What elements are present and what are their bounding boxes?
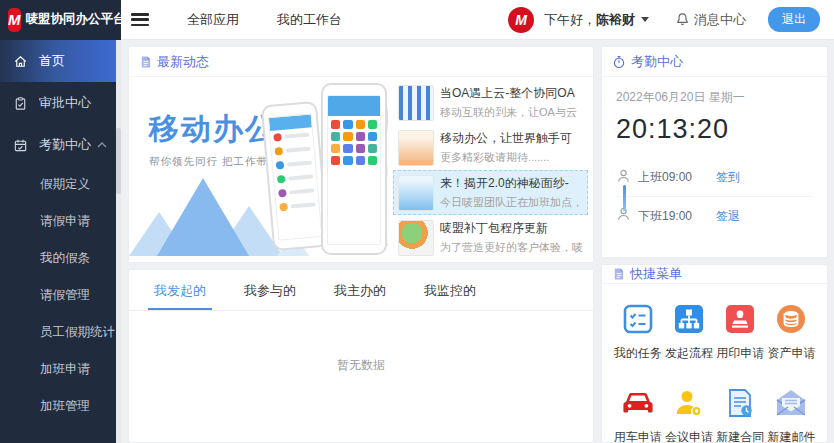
brand-logo-icon: M (8, 8, 21, 32)
news-thumbnail (398, 220, 434, 256)
brand-logo[interactable]: M 唛盟协同办公平台 (0, 0, 121, 40)
quick-menu-label: 用印申请 (716, 345, 764, 362)
quick-menu-seal-request[interactable]: 用印申请 (715, 302, 766, 362)
news-item-title: 来！揭开2.0的神秘面纱- (440, 175, 583, 192)
quick-menu-grid: 我的任务 发起流程 用印申请 资产申请 (602, 284, 827, 443)
sidebar-item-attendance[interactable]: 考勤中心 (0, 124, 121, 166)
stopwatch-icon (612, 55, 626, 69)
chevron-down-icon[interactable] (641, 17, 649, 22)
sidebar-subitem-employee-holiday-stats[interactable]: 员工假期统计 (0, 314, 121, 351)
quick-menu-panel: 快捷菜单 我的任务 发起流程 用印申请 (601, 264, 828, 443)
person-icon (616, 168, 631, 184)
sidebar-item-label: 考勤中心 (39, 136, 91, 154)
nav-my-workbench[interactable]: 我的工作台 (277, 11, 342, 29)
message-center-button[interactable]: 消息中心 (675, 11, 746, 29)
quick-menu-label: 发起流程 (665, 345, 713, 362)
quick-menu-my-tasks[interactable]: 我的任务 (612, 302, 663, 362)
attendance-title: 考勤中心 (631, 53, 683, 71)
news-thumbnail (398, 130, 434, 166)
sidebar-subitem-overtime-request[interactable]: 加班申请 (0, 351, 121, 388)
greeting-text: 下午好， (544, 12, 596, 27)
sidebar-scrollbar[interactable] (116, 40, 121, 443)
news-item-title: 唛盟补丁包程序更新 (440, 220, 583, 237)
news-thumbnail (398, 85, 434, 121)
document-icon (139, 55, 152, 69)
tab-initiated-by-me[interactable]: 我发起的 (152, 270, 208, 310)
home-icon (13, 54, 28, 69)
news-item-title: 当OA遇上云-整个协同OA (440, 85, 583, 102)
hamburger-menu-icon[interactable] (131, 13, 149, 26)
phone-mockup-left (261, 101, 330, 251)
news-item[interactable]: 当OA遇上云-整个协同OA移动互联的到来，让OA与云 (393, 80, 588, 125)
latest-news-title: 最新动态 (157, 53, 209, 71)
news-item-subtitle: 移动互联的到来，让OA与云 (440, 105, 583, 120)
stamp-icon (724, 303, 756, 335)
sidebar-subitem-leave-management[interactable]: 请假管理 (0, 277, 121, 314)
nav-all-apps[interactable]: 全部应用 (187, 11, 239, 29)
quick-menu-title: 快捷菜单 (630, 265, 682, 283)
quick-menu-new-mail[interactable]: 新建邮件 (766, 386, 817, 443)
shift-end-label: 下班19:00 (638, 208, 716, 225)
attendance-date: 2022年06月20日 星期一 (616, 89, 813, 106)
user-greeting[interactable]: 下午好，陈裕财 (544, 11, 635, 29)
news-item[interactable]: 移动办公，让世界触手可更多精彩敬请期待....... (393, 125, 588, 170)
news-body: 移动办公 帮你领先同行 把工作带出办公室 (129, 77, 593, 262)
app-window: M 唛盟协同办公平台 全部应用 我的工作台 M 下午好，陈裕财 消息中心 退出 … (0, 0, 834, 443)
shift-start-label: 上班09:00 (638, 169, 716, 186)
news-item-selected[interactable]: 来！揭开2.0的神秘面纱-今日唛盟团队正在加班加点， (393, 170, 588, 215)
brand-title: 唛盟协同办公平台 (26, 11, 126, 28)
sidebar-subitem-holiday-definition[interactable]: 假期定义 (0, 166, 121, 203)
quick-menu-label: 新建邮件 (767, 429, 815, 443)
check-in-link[interactable]: 签到 (716, 169, 740, 186)
phone-mockup-center (321, 83, 387, 255)
sidebar-item-home[interactable]: 首页 (0, 40, 121, 82)
contract-icon (724, 387, 756, 419)
tab-monitored-by-me[interactable]: 我监控的 (422, 270, 478, 310)
tab-participated-by-me[interactable]: 我参与的 (242, 270, 298, 310)
sidebar-item-approval[interactable]: 审批中心 (0, 82, 121, 124)
attendance-body: 2022年06月20日 星期一 20:13:20 上班09:00 签到 下班19… (602, 77, 827, 235)
news-banner[interactable]: 移动办公 帮你领先同行 把工作带出办公室 (129, 77, 388, 262)
calendar-icon (13, 138, 28, 153)
quick-menu-label: 会议申请 (665, 429, 713, 443)
quick-menu-car-request[interactable]: 用车申请 (612, 386, 663, 443)
news-item[interactable]: 唛盟补丁包程序更新为了营造更好的客户体验，唛 (393, 215, 588, 260)
attendance-rows: 上班09:00 签到 下班19:00 签退 (616, 159, 813, 235)
attendance-clock: 20:13:20 (616, 114, 813, 145)
attendance-header: 考勤中心 (602, 47, 827, 77)
assets-icon (775, 303, 807, 335)
quick-menu-label: 我的任务 (614, 345, 662, 362)
sidebar-subitem-my-leave-notes[interactable]: 我的假条 (0, 240, 121, 277)
chevron-up-icon (97, 141, 107, 149)
quick-menu-start-flow[interactable]: 发起流程 (663, 302, 714, 362)
topbar: M 唛盟协同办公平台 全部应用 我的工作台 M 下午好，陈裕财 消息中心 退出 (0, 0, 834, 40)
sidebar-subitem-overtime-management[interactable]: 加班管理 (0, 388, 121, 425)
quick-menu-meeting-request[interactable]: 会议申请 (663, 386, 714, 443)
quick-menu-new-contract[interactable]: 新建合同 (715, 386, 766, 443)
mail-icon (774, 388, 808, 418)
avatar[interactable]: M (508, 7, 534, 33)
left-column: 最新动态 移动办公 帮你领先同行 把工作带出办公室 (128, 46, 594, 443)
bell-icon (675, 12, 690, 27)
latest-news-header: 最新动态 (129, 47, 593, 77)
main-content: 最新动态 移动办公 帮你领先同行 把工作带出办公室 (121, 40, 834, 443)
quick-menu-label: 用车申请 (614, 429, 662, 443)
mountain-shape (157, 178, 249, 256)
empty-state-text: 暂无数据 (129, 357, 593, 374)
news-item-subtitle: 今日唛盟团队正在加班加点， (440, 195, 583, 210)
tab-bar: 我发起的 我参与的 我主办的 我监控的 (129, 270, 593, 311)
logout-button[interactable]: 退出 (768, 7, 820, 32)
attendance-panel: 考勤中心 2022年06月20日 星期一 20:13:20 上班09:00 签到 (601, 46, 828, 258)
car-icon (621, 388, 655, 418)
quick-menu-label: 新建合同 (716, 429, 764, 443)
latest-news-panel: 最新动态 移动办公 帮你领先同行 把工作带出办公室 (128, 46, 594, 263)
news-thumbnail (398, 175, 434, 211)
tab-hosted-by-me[interactable]: 我主办的 (332, 270, 388, 310)
clipboard-icon (13, 96, 28, 111)
sidebar-item-label: 审批中心 (39, 94, 91, 112)
sidebar-subitem-leave-request[interactable]: 请假申请 (0, 203, 121, 240)
sidebar-scrollbar-thumb[interactable] (116, 128, 121, 194)
check-out-link[interactable]: 签退 (716, 208, 740, 225)
news-list: 当OA遇上云-整个协同OA移动互联的到来，让OA与云 移动办公，让世界触手可更多… (388, 77, 593, 262)
quick-menu-asset-request[interactable]: 资产申请 (766, 302, 817, 362)
